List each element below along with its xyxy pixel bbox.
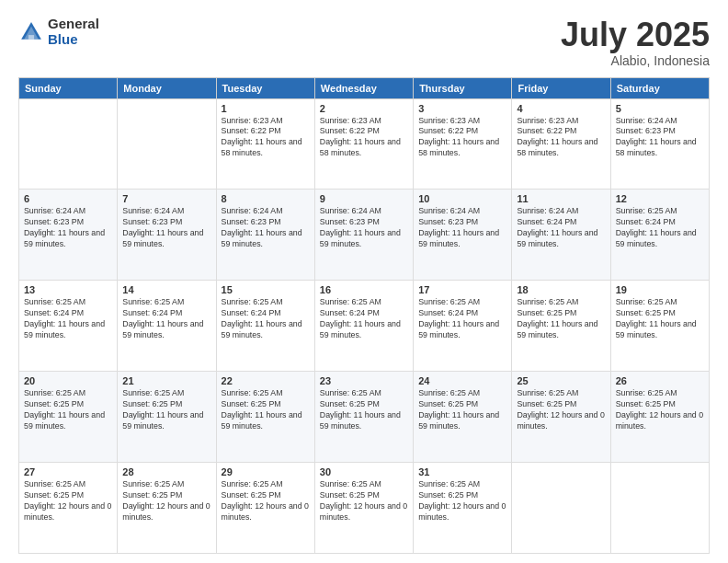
day-number: 7 (122, 193, 210, 204)
day-number: 9 (320, 193, 408, 204)
logo-blue: Blue (48, 32, 99, 48)
day-number: 8 (222, 193, 310, 204)
day-number: 5 (616, 103, 704, 114)
calendar-cell: 9Sunrise: 6:24 AM Sunset: 6:23 PM Daylig… (314, 190, 413, 281)
calendar-cell (610, 463, 709, 554)
calendar-cell (512, 463, 610, 554)
day-info: Sunrise: 6:24 AM Sunset: 6:23 PM Dayligh… (24, 206, 112, 250)
calendar-table: SundayMondayTuesdayWednesdayThursdayFrid… (18, 77, 710, 554)
day-info: Sunrise: 6:23 AM Sunset: 6:22 PM Dayligh… (418, 116, 506, 160)
calendar-cell: 5Sunrise: 6:24 AM Sunset: 6:23 PM Daylig… (610, 98, 709, 190)
day-info: Sunrise: 6:24 AM Sunset: 6:23 PM Dayligh… (616, 116, 704, 160)
calendar-week-4: 20Sunrise: 6:25 AM Sunset: 6:25 PM Dayli… (19, 372, 710, 463)
calendar-header-sunday: Sunday (19, 77, 118, 98)
calendar-cell (118, 98, 216, 190)
month-title: July 2025 (561, 17, 710, 53)
calendar-cell: 16Sunrise: 6:25 AM Sunset: 6:24 PM Dayli… (314, 281, 413, 372)
calendar-cell: 30Sunrise: 6:25 AM Sunset: 6:25 PM Dayli… (314, 463, 413, 554)
calendar-cell: 8Sunrise: 6:24 AM Sunset: 6:23 PM Daylig… (216, 190, 314, 281)
calendar-cell: 20Sunrise: 6:25 AM Sunset: 6:25 PM Dayli… (19, 372, 118, 463)
day-info: Sunrise: 6:25 AM Sunset: 6:25 PM Dayligh… (24, 479, 112, 523)
day-info: Sunrise: 6:25 AM Sunset: 6:25 PM Dayligh… (517, 388, 605, 432)
day-number: 22 (222, 375, 310, 386)
day-info: Sunrise: 6:24 AM Sunset: 6:23 PM Dayligh… (418, 206, 506, 250)
day-number: 25 (517, 375, 605, 386)
day-info: Sunrise: 6:23 AM Sunset: 6:22 PM Dayligh… (222, 116, 310, 160)
day-number: 31 (418, 466, 506, 477)
logo: General Blue (18, 17, 99, 47)
calendar-cell: 13Sunrise: 6:25 AM Sunset: 6:24 PM Dayli… (19, 281, 118, 372)
day-number: 17 (418, 284, 506, 295)
day-number: 6 (24, 193, 112, 204)
calendar-cell: 2Sunrise: 6:23 AM Sunset: 6:22 PM Daylig… (314, 98, 413, 190)
calendar-week-1: 1Sunrise: 6:23 AM Sunset: 6:22 PM Daylig… (19, 98, 710, 190)
logo-text: General Blue (48, 17, 99, 47)
location: Alabio, Indonesia (561, 53, 710, 68)
calendar-week-2: 6Sunrise: 6:24 AM Sunset: 6:23 PM Daylig… (19, 190, 710, 281)
day-number: 1 (222, 103, 310, 114)
day-info: Sunrise: 6:25 AM Sunset: 6:24 PM Dayligh… (418, 297, 506, 341)
calendar-cell: 27Sunrise: 6:25 AM Sunset: 6:25 PM Dayli… (19, 463, 118, 554)
day-info: Sunrise: 6:25 AM Sunset: 6:25 PM Dayligh… (222, 479, 310, 523)
header: General Blue July 2025 Alabio, Indonesia (18, 17, 710, 68)
calendar-cell: 19Sunrise: 6:25 AM Sunset: 6:25 PM Dayli… (610, 281, 709, 372)
day-number: 16 (320, 284, 408, 295)
day-info: Sunrise: 6:25 AM Sunset: 6:25 PM Dayligh… (517, 297, 605, 341)
day-info: Sunrise: 6:24 AM Sunset: 6:23 PM Dayligh… (122, 206, 210, 250)
day-info: Sunrise: 6:24 AM Sunset: 6:23 PM Dayligh… (222, 206, 310, 250)
day-info: Sunrise: 6:25 AM Sunset: 6:24 PM Dayligh… (122, 297, 210, 341)
day-number: 26 (616, 375, 704, 386)
day-number: 24 (418, 375, 506, 386)
calendar-cell (19, 98, 118, 190)
day-number: 3 (418, 103, 506, 114)
calendar-header-monday: Monday (118, 77, 216, 98)
calendar-cell: 11Sunrise: 6:24 AM Sunset: 6:24 PM Dayli… (512, 190, 610, 281)
day-info: Sunrise: 6:25 AM Sunset: 6:25 PM Dayligh… (616, 297, 704, 341)
day-number: 2 (320, 103, 408, 114)
day-info: Sunrise: 6:25 AM Sunset: 6:25 PM Dayligh… (616, 388, 704, 432)
calendar-cell: 29Sunrise: 6:25 AM Sunset: 6:25 PM Dayli… (216, 463, 314, 554)
day-info: Sunrise: 6:25 AM Sunset: 6:25 PM Dayligh… (222, 388, 310, 432)
day-number: 21 (122, 375, 210, 386)
day-number: 11 (517, 193, 605, 204)
day-info: Sunrise: 6:25 AM Sunset: 6:25 PM Dayligh… (418, 388, 506, 432)
day-number: 10 (418, 193, 506, 204)
calendar-header-saturday: Saturday (610, 77, 709, 98)
calendar-cell: 1Sunrise: 6:23 AM Sunset: 6:22 PM Daylig… (216, 98, 314, 190)
calendar-cell: 22Sunrise: 6:25 AM Sunset: 6:25 PM Dayli… (216, 372, 314, 463)
calendar-cell: 12Sunrise: 6:25 AM Sunset: 6:24 PM Dayli… (610, 190, 709, 281)
logo-icon (18, 19, 44, 45)
page: General Blue July 2025 Alabio, Indonesia… (0, 0, 728, 563)
calendar-header-friday: Friday (512, 77, 610, 98)
day-number: 23 (320, 375, 408, 386)
calendar-cell: 25Sunrise: 6:25 AM Sunset: 6:25 PM Dayli… (512, 372, 610, 463)
calendar-cell: 24Sunrise: 6:25 AM Sunset: 6:25 PM Dayli… (414, 372, 512, 463)
day-info: Sunrise: 6:25 AM Sunset: 6:25 PM Dayligh… (418, 479, 506, 523)
day-info: Sunrise: 6:25 AM Sunset: 6:25 PM Dayligh… (122, 479, 210, 523)
logo-general: General (48, 17, 99, 32)
day-info: Sunrise: 6:24 AM Sunset: 6:24 PM Dayligh… (517, 206, 605, 250)
day-info: Sunrise: 6:25 AM Sunset: 6:24 PM Dayligh… (24, 297, 112, 341)
day-number: 27 (24, 466, 112, 477)
day-number: 19 (616, 284, 704, 295)
calendar-cell: 3Sunrise: 6:23 AM Sunset: 6:22 PM Daylig… (414, 98, 512, 190)
day-number: 18 (517, 284, 605, 295)
day-number: 14 (122, 284, 210, 295)
day-number: 12 (616, 193, 704, 204)
day-number: 13 (24, 284, 112, 295)
calendar-cell: 31Sunrise: 6:25 AM Sunset: 6:25 PM Dayli… (414, 463, 512, 554)
calendar-cell: 7Sunrise: 6:24 AM Sunset: 6:23 PM Daylig… (118, 190, 216, 281)
day-info: Sunrise: 6:23 AM Sunset: 6:22 PM Dayligh… (320, 116, 408, 160)
calendar-cell: 26Sunrise: 6:25 AM Sunset: 6:25 PM Dayli… (610, 372, 709, 463)
day-info: Sunrise: 6:23 AM Sunset: 6:22 PM Dayligh… (517, 116, 605, 160)
day-info: Sunrise: 6:25 AM Sunset: 6:24 PM Dayligh… (320, 297, 408, 341)
day-number: 15 (222, 284, 310, 295)
calendar-cell: 10Sunrise: 6:24 AM Sunset: 6:23 PM Dayli… (414, 190, 512, 281)
calendar-cell: 14Sunrise: 6:25 AM Sunset: 6:24 PM Dayli… (118, 281, 216, 372)
svg-rect-2 (28, 35, 34, 40)
day-number: 30 (320, 466, 408, 477)
calendar-header-thursday: Thursday (414, 77, 512, 98)
day-info: Sunrise: 6:25 AM Sunset: 6:25 PM Dayligh… (24, 388, 112, 432)
day-info: Sunrise: 6:25 AM Sunset: 6:25 PM Dayligh… (320, 388, 408, 432)
calendar-cell: 21Sunrise: 6:25 AM Sunset: 6:25 PM Dayli… (118, 372, 216, 463)
